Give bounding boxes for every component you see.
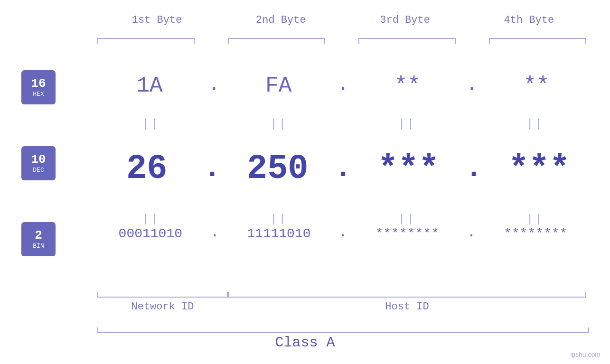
eq2-b2: || (218, 213, 339, 225)
tick-b2-right (324, 38, 325, 44)
hex-b4-value: ** (523, 74, 549, 98)
bin-b4-cell: ******** (475, 226, 596, 241)
class-label: Class A (0, 335, 610, 351)
host-id-label: Host ID (228, 301, 586, 313)
bin-b3-value: ******** (375, 226, 439, 241)
hex-dot2: . (338, 75, 348, 95)
host-bracket-tick-left (228, 292, 229, 298)
eq2-b1: || (90, 213, 211, 225)
hex-b3-cell: ** (348, 74, 467, 98)
host-id-bracket (228, 297, 586, 298)
bin-badge: 2 BIN (21, 222, 56, 256)
bin-b1-value: 00011010 (119, 226, 182, 241)
dec-row: 26 . 250 . *** . *** (90, 149, 596, 188)
eq-b1: || (90, 118, 211, 131)
tick-b1-right (194, 38, 195, 44)
tick-b4-right (585, 38, 586, 44)
dec-b2-value: 250 (247, 149, 309, 188)
dec-b2-cell: 250 (221, 149, 334, 188)
bin-b3-cell: ******** (347, 226, 468, 241)
tick-b4-left (489, 38, 490, 44)
dec-b3-value: *** (377, 149, 439, 188)
dec-badge: 10 DEC (21, 146, 56, 180)
tick-b2-left (228, 38, 229, 44)
main-container: 1st Byte 2nd Byte 3rd Byte 4th Byte 16 H… (0, 0, 610, 364)
class-bracket (97, 332, 589, 333)
byte2-header: 2nd Byte (219, 14, 343, 26)
host-bracket-tick-right (585, 292, 586, 298)
eq-b3: || (347, 118, 468, 131)
bin-b2-value: 11111010 (247, 226, 310, 241)
bin-badge-label: BIN (33, 243, 44, 250)
bin-b1-cell: 00011010 (90, 226, 211, 241)
bracket-b3 (358, 38, 456, 39)
tick-b3-right (455, 38, 456, 44)
eq2-b3: || (347, 213, 468, 225)
dec-badge-label: DEC (33, 167, 44, 174)
watermark: ipshu.com (570, 351, 601, 358)
eq-hex-dec: || || || || (90, 118, 596, 131)
hex-b2-value: FA (265, 74, 291, 98)
dec-b4-cell: *** (483, 149, 596, 188)
dec-badge-num: 10 (31, 153, 46, 167)
dec-b1-cell: 26 (90, 149, 203, 188)
bin-dot3: . (468, 225, 476, 240)
hex-b4-cell: ** (477, 74, 596, 98)
bin-dot2: . (339, 225, 347, 240)
hex-b1-value: 1A (136, 74, 162, 98)
byte3-header: 3rd Byte (343, 14, 467, 26)
hex-badge-label: HEX (33, 91, 44, 98)
bin-dot1: . (211, 225, 219, 240)
dec-b1-value: 26 (126, 149, 167, 188)
bin-b2-cell: 11111010 (218, 226, 339, 241)
eq2-b4: || (475, 213, 596, 225)
network-bracket-tick-left (97, 292, 98, 298)
bin-badge-num: 2 (35, 229, 42, 243)
tick-b3-left (358, 38, 359, 44)
eq-b4: || (475, 118, 596, 131)
dec-b4-value: *** (508, 149, 570, 188)
tick-b1-left (97, 38, 98, 44)
hex-dot3: . (467, 75, 477, 95)
class-bracket-tick-right (588, 327, 589, 333)
eq-b2: || (218, 118, 339, 131)
dec-dot3: . (465, 151, 482, 185)
dec-dot1: . (203, 151, 221, 185)
byte4-header: 4th Byte (467, 14, 591, 26)
hex-b1-cell: 1A (90, 74, 209, 98)
byte1-header: 1st Byte (95, 14, 219, 26)
eq-dec-bin: || || || || (90, 213, 596, 225)
hex-b2-cell: FA (219, 74, 338, 98)
dec-b3-cell: *** (352, 149, 465, 188)
bin-row: 00011010 . 11111010 . ******** . *******… (90, 225, 596, 242)
byte-headers: 1st Byte 2nd Byte 3rd Byte 4th Byte (95, 14, 591, 26)
bracket-b1 (97, 38, 195, 39)
class-bracket-tick-left (97, 327, 98, 333)
network-id-bracket (97, 297, 228, 298)
hex-badge: 16 HEX (21, 70, 56, 104)
bracket-b2 (228, 38, 325, 39)
hex-row: 1A . FA . ** . ** (90, 74, 596, 98)
hex-badge-num: 16 (31, 77, 46, 91)
dec-dot2: . (334, 151, 352, 185)
bin-b4-value: ******** (504, 226, 567, 241)
hex-dot1: . (209, 75, 219, 95)
network-id-label: Network ID (97, 301, 228, 313)
bracket-b4 (489, 38, 586, 39)
hex-b3-value: ** (394, 74, 421, 98)
